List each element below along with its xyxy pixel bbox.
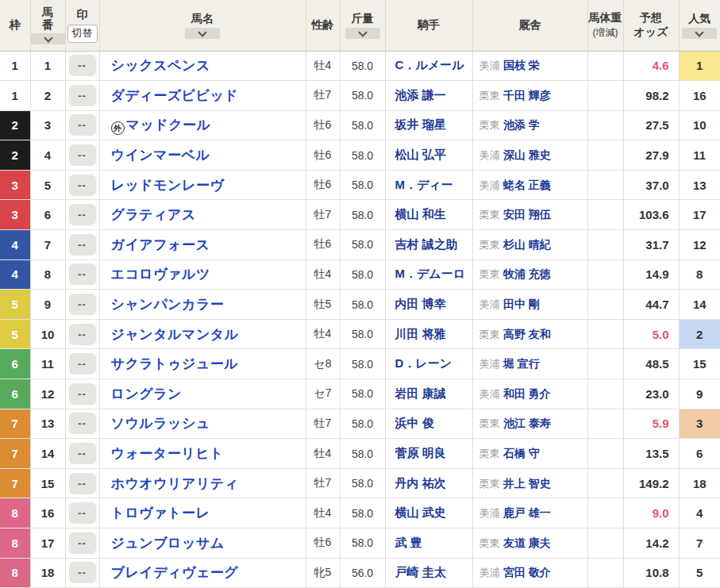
jockey-link[interactable]: 吉村 誠之助	[395, 237, 458, 251]
jockey-link[interactable]: 内田 博幸	[395, 297, 446, 310]
mark-toggle-button[interactable]: --	[69, 55, 96, 76]
odds-cell: 98.2	[623, 81, 679, 111]
popularity-cell: 15	[679, 349, 720, 379]
mark-toggle-button[interactable]: --	[69, 114, 96, 136]
trainer-link[interactable]: 鹿戸 雄一	[503, 506, 551, 519]
popularity-cell: 5	[679, 558, 720, 588]
mark-toggle-button[interactable]: --	[69, 324, 96, 345]
sex-age-cell: 牡6	[306, 110, 340, 140]
horse-name-link[interactable]: ロングラン	[111, 386, 183, 402]
sex-age-cell: 牡6	[306, 170, 340, 200]
jockey-link[interactable]: 池添 謙一	[395, 88, 446, 102]
trainer-link[interactable]: 深山 雅史	[503, 148, 551, 161]
mark-toggle-button[interactable]: --	[69, 502, 96, 524]
mark-toggle-button[interactable]: --	[69, 413, 96, 434]
horse-name-link[interactable]: シャンパンカラー	[111, 297, 225, 312]
mark-toggle-button[interactable]: --	[69, 175, 96, 196]
mark-toggle-button[interactable]: --	[69, 443, 96, 464]
frame-number-badge: 8	[0, 498, 30, 528]
frame-number-badge: 4	[0, 230, 30, 259]
col-header-horse-number: 馬番	[30, 0, 65, 51]
horse-name-link[interactable]: ジャンタルマンタル	[111, 327, 239, 342]
horse-name-link[interactable]: ホウオウリアリティ	[111, 476, 239, 491]
jockey-link[interactable]: 丹内 祐次	[395, 476, 446, 490]
mark-toggle-button[interactable]: --	[69, 383, 96, 405]
trainer-link[interactable]: 国枝 栄	[503, 59, 540, 71]
jockey-link[interactable]: 岩田 康誠	[395, 386, 446, 400]
mark-toggle-button[interactable]: --	[69, 353, 96, 375]
trainer-link[interactable]: 杉山 晴紀	[503, 238, 551, 251]
trainer-link[interactable]: 千田 輝彦	[503, 89, 551, 102]
trainer-link[interactable]: 友道 康夫	[503, 536, 551, 549]
horse-name-link[interactable]: ダディーズビビッド	[111, 88, 239, 103]
trainer-link[interactable]: 牧浦 充徳	[503, 267, 551, 280]
jockey-link[interactable]: 浜中 俊	[395, 416, 434, 429]
frame-number-badge: 3	[0, 200, 30, 229]
horse-name-link[interactable]: エコロヴァルツ	[111, 267, 210, 282]
mark-toggle-button[interactable]: --	[69, 532, 96, 554]
trainer-link[interactable]: 高野 友和	[503, 328, 551, 340]
jockey-link[interactable]: 横山 武史	[395, 505, 446, 519]
horse-name-link[interactable]: トロヴァトーレ	[111, 505, 210, 521]
trainer-link[interactable]: 石橋 守	[503, 447, 540, 459]
trainer-link[interactable]: 蛯名 正義	[503, 179, 551, 191]
jockey-link[interactable]: 松山 弘平	[395, 148, 446, 161]
mark-toggle-button[interactable]: --	[69, 263, 96, 285]
jockey-link[interactable]: 坂井 瑠星	[395, 117, 446, 131]
mark-toggle-button[interactable]: --	[69, 204, 96, 225]
frame-number-badge: 2	[0, 140, 30, 170]
body-weight-cell	[587, 468, 623, 498]
jockey-link[interactable]: M．デムーロ	[395, 267, 466, 280]
chevron-down-icon	[44, 34, 52, 43]
weight-cell: 58.0	[340, 409, 385, 439]
jockey-link[interactable]: 川田 将雅	[395, 327, 446, 340]
horse-name-link[interactable]: シックスペンス	[111, 58, 210, 73]
jockey-link[interactable]: D．レーン	[395, 356, 452, 370]
trainer-link[interactable]: 田中 剛	[503, 298, 540, 310]
stable-region-label: 美浦	[479, 388, 500, 400]
trainer-link[interactable]: 宮田 敬介	[503, 566, 551, 578]
mark-toggle-button[interactable]: --	[69, 294, 96, 315]
horse-number-cell: 18	[30, 558, 65, 588]
mark-toggle-button[interactable]: --	[69, 473, 96, 494]
jockey-link[interactable]: M．ディー	[395, 178, 453, 191]
horse-name-link[interactable]: レッドモンレーヴ	[111, 178, 225, 193]
horse-name-link[interactable]: サクラトゥジュール	[111, 356, 239, 371]
trainer-link[interactable]: 池添 学	[503, 118, 540, 131]
frame-number-badge: 4	[0, 260, 30, 290]
trainer-link[interactable]: 堀 宣行	[503, 357, 540, 370]
jockey-link[interactable]: 横山 和生	[395, 207, 446, 221]
horse-name-link[interactable]: ソウルラッシュ	[111, 416, 210, 431]
trainer-link[interactable]: 池江 泰寿	[503, 417, 551, 429]
horse-name-link[interactable]: グラティアス	[111, 207, 196, 222]
trainer-link[interactable]: 井上 智史	[503, 477, 551, 490]
horse-name-link[interactable]: マッドクール	[126, 117, 211, 133]
horse-name-link[interactable]: ウォーターリヒト	[111, 446, 224, 461]
horse-name-link[interactable]: ガイアフォース	[111, 237, 210, 252]
horse-number-cell: 7	[30, 230, 65, 260]
odds-cell: 14.9	[623, 259, 679, 290]
body-weight-cell	[587, 379, 623, 409]
mark-toggle-button[interactable]: --	[69, 234, 96, 256]
horse-name-link[interactable]: ジュンブロッサム	[111, 536, 225, 551]
body-weight-cell	[587, 230, 623, 260]
mark-toggle-button[interactable]: --	[69, 85, 96, 106]
jockey-link[interactable]: C．ルメール	[395, 58, 464, 71]
odds-cell: 37.0	[623, 170, 679, 200]
mark-toggle-button[interactable]: --	[69, 562, 96, 583]
trainer-link[interactable]: 和田 勇介	[503, 387, 551, 400]
stable-region-label: 栗東	[479, 119, 500, 131]
sort-horse-number-button[interactable]	[31, 33, 66, 44]
trainer-link[interactable]: 安田 翔伍	[503, 208, 551, 221]
horse-name-link[interactable]: ウインマーベル	[111, 148, 210, 163]
sort-horse-name-button[interactable]	[185, 28, 220, 39]
horse-name-link[interactable]: ブレイディヴェーグ	[111, 565, 239, 580]
sort-popularity-button[interactable]	[682, 28, 717, 39]
mark-switch-button[interactable]: 切替	[67, 25, 98, 43]
mark-toggle-button[interactable]: --	[69, 144, 96, 166]
jockey-link[interactable]: 菅原 明良	[395, 446, 446, 459]
sort-weight-button[interactable]	[345, 28, 380, 39]
jockey-link[interactable]: 戸崎 圭太	[395, 565, 446, 578]
jockey-link[interactable]: 武 豊	[395, 536, 422, 549]
col-header-horse-number-label: 馬番	[41, 6, 53, 31]
